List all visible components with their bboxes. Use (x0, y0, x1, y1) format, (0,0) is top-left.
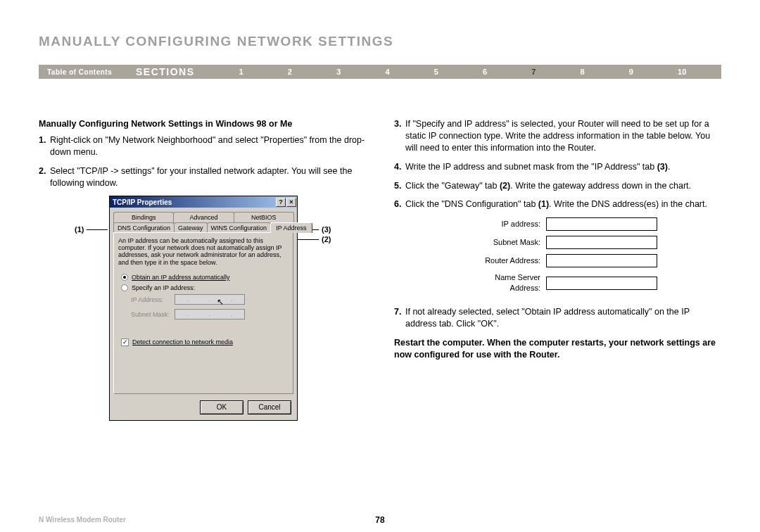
tab-dns[interactable]: DNS Configuration (113, 222, 175, 233)
radio-icon (121, 274, 128, 281)
ip-address-label: IP Address: (131, 296, 175, 304)
tab-gateway[interactable]: Gateway (174, 222, 208, 233)
section-num-6[interactable]: 6 (483, 68, 487, 76)
ok-button[interactable]: OK (200, 400, 243, 414)
step-5: Click the "Gateway" tab (2). Write the g… (405, 180, 721, 192)
address-form: IP address: Subnet Mask: Router Address:… (464, 217, 721, 293)
detect-connection-checkbox[interactable]: ✓ Detect connection to network media (121, 338, 289, 346)
list-number: 3. (394, 118, 405, 154)
section-num-9[interactable]: 9 (629, 68, 633, 76)
tab-wins[interactable]: WINS Configuration (207, 222, 272, 233)
checkbox-label: Detect connection to network media (132, 338, 233, 346)
list-number: 1. (39, 134, 50, 158)
ip-address-label: IP address: (464, 219, 546, 229)
router-address-field[interactable] (546, 254, 657, 267)
subnet-mask-label: Subnet Mask: (464, 237, 546, 248)
tab-bindings[interactable]: Bindings (113, 212, 174, 222)
tcpip-dialog: TCP/IP Properties ? × Bindings Advanced … (109, 196, 298, 420)
subheading: Manually Configuring Network Settings in… (39, 118, 366, 130)
section-num-4[interactable]: 4 (385, 68, 389, 76)
section-navbar: Table of Contents SECTIONS 1 2 3 4 5 6 7… (39, 65, 721, 79)
checkbox-icon: ✓ (121, 338, 129, 346)
name-server-field[interactable] (546, 277, 657, 290)
product-name: N Wireless Modem Router (39, 516, 126, 524)
callout-2: (2) (298, 234, 331, 245)
subnet-mask-label: Subnet Mask: (131, 310, 175, 319)
radio-specify[interactable]: Specify an IP address: (121, 284, 289, 292)
callout-1: (1) (75, 224, 108, 235)
section-num-5[interactable]: 5 (434, 68, 438, 76)
radio-label: Specify an IP address: (132, 284, 195, 292)
cursor-icon: ↖ (217, 296, 224, 308)
section-num-8[interactable]: 8 (581, 68, 585, 76)
tab-advanced[interactable]: Advanced (173, 212, 234, 222)
subnet-mask-input[interactable]: ... (175, 309, 245, 319)
radio-icon (121, 284, 128, 291)
dialog-description: An IP address can be automatically assig… (118, 237, 289, 266)
dialog-titlebar: TCP/IP Properties ? × (110, 196, 297, 208)
list-number: 2. (39, 165, 50, 189)
radio-obtain-auto[interactable]: Obtain an IP address automatically (121, 273, 289, 281)
list-number: 4. (394, 161, 405, 173)
tab-netbios[interactable]: NetBIOS (234, 212, 294, 222)
page-footer: N Wireless Modem Router 78 (39, 516, 721, 524)
close-icon[interactable]: × (286, 198, 296, 207)
section-num-1[interactable]: 1 (239, 68, 243, 76)
toc-link[interactable]: Table of Contents (39, 68, 136, 76)
step-1: Right-click on "My Network Neighborhood"… (50, 134, 366, 158)
sections-label: SECTIONS (136, 66, 217, 77)
section-num-3[interactable]: 3 (336, 68, 341, 76)
page-number: 78 (375, 515, 384, 525)
section-numbers: 1 2 3 4 5 6 7 8 9 10 (217, 68, 721, 76)
list-number: 5. (394, 180, 405, 192)
dialog-title: TCP/IP Properties (113, 198, 172, 208)
step-6: Click the "DNS Configuration" tab (1). W… (405, 198, 721, 210)
name-server-label: Name Server Address: (464, 272, 546, 293)
list-number: 6. (394, 198, 405, 210)
list-number: 7. (394, 306, 405, 330)
ip-address-input[interactable]: ... (175, 294, 245, 305)
tab-ip-address[interactable]: IP Address (270, 222, 312, 233)
step-3: If "Specify and IP address" is selected,… (405, 118, 721, 154)
page-title: MANUALLY CONFIGURING NETWORK SETTINGS (39, 34, 721, 49)
section-num-10[interactable]: 10 (678, 68, 686, 76)
radio-label: Obtain an IP address automatically (132, 273, 229, 281)
router-address-label: Router Address: (464, 255, 546, 266)
subnet-mask-field[interactable] (546, 236, 657, 249)
step-7: If not already selected, select "Obtain … (405, 306, 721, 330)
left-column: Manually Configuring Network Settings in… (39, 118, 366, 421)
section-num-2[interactable]: 2 (288, 68, 292, 76)
right-column: 3.If "Specify and IP address" is selecte… (394, 118, 721, 421)
ip-address-field[interactable] (546, 217, 657, 231)
section-num-7[interactable]: 7 (531, 68, 536, 76)
cancel-button[interactable]: Cancel (248, 400, 291, 414)
step-4: Write the IP address and subnet mask fro… (405, 161, 721, 173)
help-icon[interactable]: ? (276, 198, 286, 207)
step-2: Select "TCP/IP -> settings" for your ins… (50, 165, 366, 189)
restart-note: Restart the computer. When the computer … (394, 337, 721, 361)
